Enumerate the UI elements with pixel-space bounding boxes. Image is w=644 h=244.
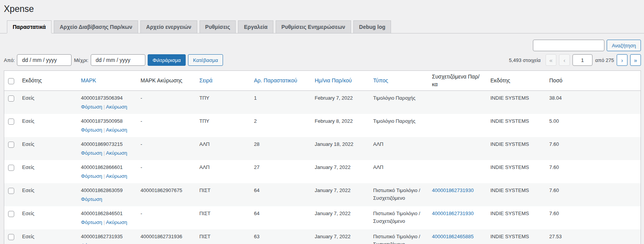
pagination-last-button[interactable]: » (630, 54, 641, 66)
related-docs-cell (428, 137, 487, 160)
row-action-link[interactable]: Φόρτωση (81, 127, 102, 133)
tab-3[interactable]: Αρχείο ενεργειών (140, 20, 197, 33)
issuer-2-cell: INDIE SYSTEMS (487, 137, 546, 160)
cancel-mark-cell: - (137, 114, 196, 137)
filter-row: Από: Μέχρι: Φιλτράρισμα Κατέβασμα 5,493 … (4, 54, 641, 66)
issuer-2-cell: INDIE SYSTEMS (487, 91, 546, 114)
doc-date-cell: January 7, 2022 (311, 229, 369, 244)
pagination-next-button[interactable]: › (617, 54, 627, 66)
mark-cell: 400001862866601 Φόρτωση | Ακύρωση (77, 160, 137, 183)
row-action-link[interactable]: Ακύρωση (106, 173, 127, 179)
header-series: Σειρά (196, 71, 250, 91)
row-actions: Φόρτωση | Ακύρωση (81, 103, 133, 111)
doc-number-cell: 63 (250, 229, 311, 244)
row-action-link[interactable]: Φόρτωση (81, 219, 102, 225)
sort-doc-number-link[interactable]: Αρ. Παραστατικού (254, 77, 297, 84)
doc-date-cell: January 7, 2022 (311, 160, 369, 183)
related-docs-cell: 400001862731930 (428, 183, 487, 206)
from-date-input[interactable] (17, 54, 72, 66)
row-checkbox[interactable] (8, 234, 14, 240)
tab-bar: ΠαραστατικάΑρχείο Διαβίβασης Παρ/κωνΑρχε… (0, 20, 644, 33)
row-action-link[interactable]: Φόρτωση (81, 242, 102, 244)
row-actions: Φόρτωση (81, 242, 133, 244)
row-action-link[interactable]: Ακύρωση (106, 104, 127, 110)
cancel-mark-cell: - (137, 206, 196, 229)
action-separator: | (102, 219, 106, 225)
select-all-checkbox[interactable] (8, 78, 14, 84)
issuer-cell: Εσείς (18, 114, 77, 137)
tab-1[interactable]: Παραστατικά (7, 20, 52, 33)
row-action-link[interactable]: Ακύρωση (106, 150, 127, 156)
issuer-2-cell: INDIE SYSTEMS (487, 114, 546, 137)
row-checkbox[interactable] (8, 165, 14, 171)
header-issuer: Εκδότης (18, 71, 77, 91)
row-checkbox[interactable] (8, 119, 14, 125)
to-date-input[interactable] (91, 54, 145, 66)
cancel-mark-cell: - (137, 137, 196, 160)
header-amount: Ποσό (546, 71, 641, 91)
tab-6[interactable]: Ρυθμίσεις Ενημερώσεων (276, 20, 351, 33)
related-doc[interactable]: 400001862731930 (432, 211, 474, 216)
table-row: Εσείς 400001869073215 Φόρτωση | Ακύρωση … (4, 137, 641, 160)
issuer-cell: Εσείς (18, 137, 77, 160)
action-separator: | (102, 127, 106, 133)
row-action-link[interactable]: Φόρτωση (81, 104, 102, 110)
related-docs-cell (428, 91, 487, 114)
related-doc[interactable]: 400001862731930 (432, 187, 474, 193)
pagination-prev-button[interactable]: ‹ (559, 54, 570, 66)
row-action-link[interactable]: Φόρτωση (81, 173, 102, 179)
search-button[interactable]: Αναζήτηση (607, 40, 641, 51)
row-checkbox[interactable] (8, 211, 14, 217)
type-cell: Πιστωτικό Τιμολόγιο / Συσχετιζόμενο (369, 206, 428, 229)
related-docs-cell: 400001862465885 (428, 229, 487, 244)
tab-7[interactable]: Debug log (353, 20, 391, 33)
sort-doc-date-link[interactable]: Ημ/νια Παρ/κού (315, 77, 352, 84)
doc-date-cell: January 7, 2022 (311, 206, 369, 229)
doc-date-cell: February 8, 2022 (311, 114, 369, 137)
type-cell: Πιστωτικό Τιμολόγιο / Συσχετιζόμενο (369, 229, 428, 244)
sort-type-link[interactable]: Τύπος (373, 77, 388, 84)
type-cell: Τιμολόγιο Παροχής (369, 91, 428, 114)
amount-cell: 7.60 (546, 160, 641, 183)
sort-series-link[interactable]: Σειρά (200, 77, 213, 84)
row-action-link[interactable]: Φόρτωση (81, 150, 102, 156)
related-doc[interactable]: 400001862465885 (432, 234, 474, 239)
action-separator: | (102, 104, 106, 110)
related-docs-cell (428, 160, 487, 183)
row-action-link[interactable]: Ακύρωση (106, 219, 127, 225)
row-checkbox[interactable] (8, 95, 14, 102)
table-row: Εσείς 400001862731935 Φόρτωση 4000018627… (4, 229, 641, 244)
table-row: Εσείς 400001873500958 Φόρτωση | Ακύρωση … (4, 114, 641, 137)
pagination-first-button[interactable]: « (546, 54, 556, 66)
row-action-link[interactable]: Ακύρωση (106, 127, 127, 133)
download-button[interactable]: Κατέβασμα (188, 54, 223, 66)
table-body: Εσείς 400001873506394 Φόρτωση | Ακύρωση … (4, 91, 641, 244)
sort-mark-link[interactable]: ΜΑΡΚ (81, 77, 97, 84)
mark-value: 400001862731935 (81, 233, 133, 241)
tab-2[interactable]: Αρχείο Διαβίβασης Παρ/κων (54, 20, 138, 33)
total-items-count: 5,493 στοιχεία (509, 57, 541, 63)
tab-5[interactable]: Εργαλεία (238, 20, 273, 33)
current-page-input[interactable] (572, 54, 592, 66)
related-docs-cell: 400001862731930 (428, 206, 487, 229)
issuer-cell: Εσείς (18, 206, 77, 229)
filter-button[interactable]: Φιλτράρισμα (148, 54, 186, 66)
pagination: 5,493 στοιχεία « ‹ από 275 › » (509, 54, 641, 66)
row-action-link[interactable]: Φόρτωση (81, 196, 102, 202)
doc-number-cell: 1 (250, 91, 311, 114)
total-pages-label: από 275 (595, 57, 614, 63)
doc-number-cell: 64 (250, 183, 311, 206)
search-row: Αναζήτηση (4, 40, 641, 51)
series-cell: ΠΙΣΤ (196, 206, 250, 229)
tab-4[interactable]: Ρυθμίσεις (200, 20, 236, 33)
row-checkbox[interactable] (8, 142, 14, 148)
table-header: Εκδότης ΜΑΡΚ ΜΑΡΚ Ακύρωσης Σειρά Αρ. Παρ… (4, 71, 641, 91)
cancel-mark-cell: - (137, 91, 196, 114)
header-mark: ΜΑΡΚ (77, 71, 137, 91)
header-type: Τύπος (369, 71, 428, 91)
action-separator: | (102, 173, 106, 179)
issuer-cell: Εσείς (18, 160, 77, 183)
row-checkbox[interactable] (8, 188, 14, 194)
search-input[interactable] (533, 40, 604, 51)
documents-table: Εκδότης ΜΑΡΚ ΜΑΡΚ Ακύρωσης Σειρά Αρ. Παρ… (4, 70, 641, 244)
